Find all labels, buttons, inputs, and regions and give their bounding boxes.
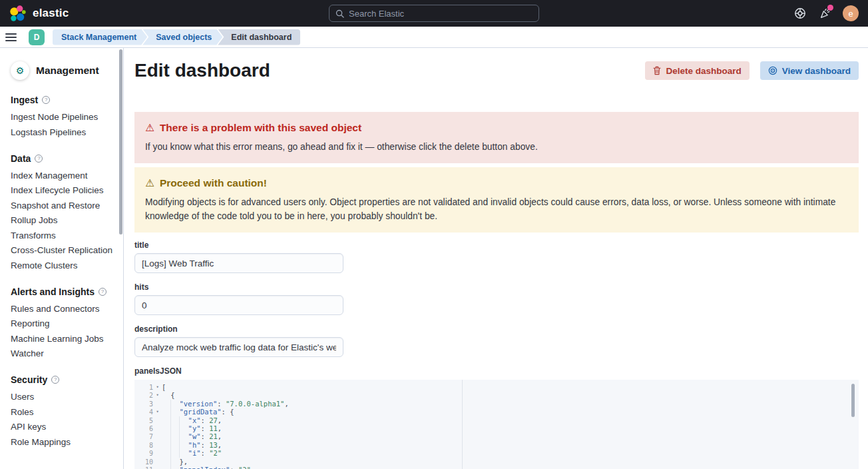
indent-guide: [162, 466, 170, 469]
field-row-title: title: [134, 240, 859, 273]
code-line: 7"w": 21,: [134, 432, 859, 440]
editor-scrollbar[interactable]: [851, 384, 855, 417]
line-number: 9: [134, 450, 153, 458]
sidebar-item-role-mappings[interactable]: Role Mappings: [11, 438, 114, 447]
code-line: 4▾"gridData": {: [134, 408, 859, 416]
panelsjson-label: panelsJSON: [134, 366, 859, 376]
sidebar-item-users[interactable]: Users: [11, 392, 114, 402]
warning-callout: ⚠ Proceed with caution! Modifying object…: [134, 167, 859, 233]
brand-text: elastic: [33, 7, 69, 20]
main-content: Edit dashboard Delete dashboard View das…: [124, 48, 868, 469]
title-field[interactable]: [134, 253, 343, 273]
indent-guide: [179, 449, 188, 457]
indent-guide: [170, 416, 179, 424]
breadcrumb-stack-management[interactable]: Stack Management: [53, 29, 147, 45]
indent-guide: [179, 424, 188, 432]
code-line: 1▾[: [134, 383, 859, 391]
sidebar-item-index-lifecycle-policies[interactable]: Index Lifecycle Policies: [11, 186, 114, 195]
code-token: :: [201, 432, 210, 440]
fold-arrow-icon[interactable]: ▾: [153, 408, 162, 416]
sidebar-item-reporting[interactable]: Reporting: [11, 319, 114, 328]
sidebar-item-remote-clusters[interactable]: Remote Clusters: [11, 261, 114, 270]
sidebar-heading-security: Security?: [11, 374, 114, 385]
code-token: "y": [188, 424, 201, 432]
description-field[interactable]: [134, 337, 343, 357]
sidebar-item-machine-learning-jobs[interactable]: Machine Learning Jobs: [11, 334, 114, 344]
breadcrumb-edit-dashboard: Edit dashboard: [218, 29, 300, 45]
fold-arrow-icon[interactable]: ▾: [153, 391, 162, 399]
saved-object-form: titlehitsdescription: [134, 240, 859, 357]
code-token: ,: [284, 400, 288, 408]
code-token: :: [217, 400, 226, 408]
code-token: : {: [222, 408, 234, 416]
user-avatar[interactable]: e: [843, 5, 859, 21]
global-search[interactable]: [329, 5, 539, 22]
sidebar-item-ingest-node-pipelines[interactable]: Ingest Node Pipelines: [11, 113, 114, 122]
indent-guide: [162, 441, 170, 449]
sidebar-item-logstash-pipelines[interactable]: Logstash Pipelines: [11, 128, 114, 137]
sidebar-heading-label: Alerts and Insights: [11, 286, 95, 297]
menu-button[interactable]: [5, 29, 23, 45]
help-button[interactable]: [793, 7, 807, 20]
indent-guide: [179, 441, 188, 449]
sidebar-heading-label: Ingest: [11, 95, 38, 105]
sidebar-sections: Ingest?Ingest Node PipelinesLogstash Pip…: [11, 95, 114, 447]
breadcrumb-saved-objects[interactable]: Saved objects: [142, 29, 222, 45]
sidebar-header: ⚙ Management: [11, 61, 114, 80]
hits-field[interactable]: [134, 295, 343, 315]
sidebar-item-list: UsersRolesAPI keysRole Mappings: [11, 392, 114, 447]
indent-guide: [170, 449, 179, 457]
code-line: 8"h": 13,: [134, 441, 859, 449]
sidebar-item-api-keys[interactable]: API keys: [11, 422, 114, 432]
sidebar-item-list: Index ManagementIndex Lifecycle Policies…: [11, 171, 114, 270]
indent-guide: [162, 424, 170, 432]
sidebar-item-list: Rules and ConnectorsReportingMachine Lea…: [11, 304, 114, 359]
inspect-icon: [768, 66, 777, 75]
sidebar-section-data: Data?Index ManagementIndex Lifecycle Pol…: [11, 153, 114, 270]
newsfeed-button[interactable]: [818, 7, 831, 20]
sidebar-heading-data: Data?: [11, 153, 114, 164]
indent-guide: [170, 408, 179, 416]
indent-guide: [162, 449, 170, 457]
question-circle-icon: ?: [42, 96, 50, 104]
sidebar-item-snapshot-and-restore[interactable]: Snapshot and Restore: [11, 201, 114, 211]
code-token: ,: [218, 424, 222, 432]
line-number: 4: [134, 408, 153, 416]
code-token: "version": [179, 400, 217, 408]
panelsjson-editor[interactable]: 1▾[2▾{3"version": "7.0.0-alpha1",4▾"grid…: [134, 380, 859, 469]
code-token: :: [230, 466, 238, 469]
sidebar-heading-alerts-and-insights: Alerts and Insights?: [11, 286, 114, 297]
indent-guide: [170, 400, 179, 408]
code-token: :: [201, 416, 210, 424]
code-line: 9"i": "2": [134, 449, 859, 457]
code-line: 3"version": "7.0.0-alpha1",: [134, 400, 859, 408]
sidebar-item-cross-cluster-replication[interactable]: Cross-Cluster Replication: [11, 246, 114, 255]
code-token: [: [162, 383, 166, 391]
question-circle-icon: ?: [99, 288, 107, 296]
delete-dashboard-button[interactable]: Delete dashboard: [645, 61, 749, 80]
search-icon: [335, 9, 344, 18]
brand[interactable]: elastic: [0, 4, 69, 23]
code-token: 11: [209, 424, 218, 432]
warning-callout-body: Modifying objects is for advanced users …: [145, 195, 848, 223]
warning-triangle-icon: ⚠: [145, 177, 154, 189]
view-dashboard-button[interactable]: View dashboard: [760, 61, 859, 80]
sidebar-item-watcher[interactable]: Watcher: [11, 349, 114, 358]
space-avatar[interactable]: D: [29, 29, 45, 45]
code-token: "2": [238, 466, 251, 469]
code-token: 27: [209, 416, 218, 424]
sidebar-item-rollup-jobs[interactable]: Rollup Jobs: [11, 216, 114, 225]
indent-guide: [170, 458, 179, 466]
indent-guide: [162, 391, 170, 399]
code-line: 10},: [134, 458, 859, 466]
sidebar-item-index-management[interactable]: Index Management: [11, 171, 114, 181]
line-number: 11: [134, 466, 153, 469]
sidebar-scrollbar[interactable]: [119, 49, 122, 234]
sidebar-item-rules-and-connectors[interactable]: Rules and Connectors: [11, 304, 114, 314]
fold-arrow-icon[interactable]: ▾: [153, 383, 162, 391]
sidebar-item-roles[interactable]: Roles: [11, 408, 114, 417]
notification-dot: [827, 5, 833, 11]
code-line: 5"x": 27,: [134, 416, 859, 424]
search-input[interactable]: [349, 9, 533, 19]
sidebar-item-transforms[interactable]: Transforms: [11, 231, 114, 240]
